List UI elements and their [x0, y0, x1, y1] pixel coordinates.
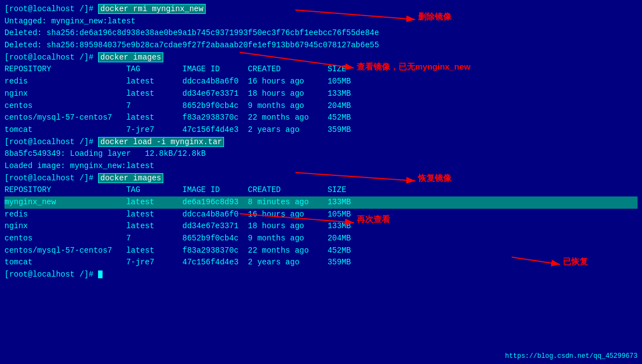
- line-14: Loaded image: mynginx_new:latest: [4, 160, 638, 173]
- line-16: REPOSITORY TAG IMAGE ID CREATED SIZE: [4, 184, 638, 196]
- line-8: nginx latest dd34e67e3371 18 hours ago 1…: [4, 88, 638, 100]
- line-7: redis latest ddcca4b8a6f0 16 hours ago 1…: [4, 76, 638, 88]
- annotation-view2: 再次查看: [357, 213, 390, 225]
- line-5: [root@localhost /]# docker images: [4, 52, 638, 64]
- line-20: centos 7 8652b9f0cb4c 9 months ago 204MB: [4, 233, 638, 245]
- prompt-5: [root@localhost /]#: [4, 53, 98, 62]
- cmd-15: docker images: [98, 173, 163, 183]
- line-11: tomcat 7-jre7 47c156f4d4e3 2 years ago 3…: [4, 124, 638, 136]
- annotation-delete: 删除镜像: [418, 10, 451, 23]
- line-9: centos 7 8652b9f0cb4c 9 months ago 204MB: [4, 100, 638, 112]
- prompt-15: [root@localhost /]#: [4, 174, 98, 183]
- line-18: redis latest ddcca4b8a6f0 16 hours ago 1…: [4, 209, 638, 221]
- annotation-restored: 已恢复: [563, 255, 588, 268]
- line-4: Deleted: sha256:8959840375e9b28ca7cdae9f…: [4, 40, 638, 52]
- cmd-12: docker load -i mynginx.tar: [98, 137, 224, 147]
- line-13: 8ba5fc549349: Loading layer 12.8kB/12.8k…: [4, 148, 638, 160]
- annotation-restore: 恢复镜像: [418, 171, 451, 184]
- line-22: tomcat 7-jre7 47c156f4d4e3 2 years ago 3…: [4, 257, 638, 269]
- footer-link: https://blog.csdn.net/qq_45299673: [505, 351, 638, 362]
- line-3: Deleted: sha256:de6a196c8d938e38ae0be9a1…: [4, 27, 638, 40]
- line-10: centos/mysql-57-centos7 latest f83a29383…: [4, 112, 638, 124]
- line-1: [root@localhost /]# docker rmi mynginx_n…: [4, 3, 638, 16]
- prompt-1: [root@localhost /]#: [4, 4, 98, 13]
- line-2: Untagged: mynginx_new:latest: [4, 16, 638, 28]
- prompt-23: [root@localhost /]#: [4, 270, 98, 279]
- line-19: nginx latest dd34e67e3371 18 hours ago 1…: [4, 220, 638, 233]
- annotation-view1: 查看镜像，已无mynginx_new: [357, 60, 470, 73]
- terminal: [root@localhost /]# docker rmi mynginx_n…: [0, 0, 642, 364]
- prompt-12: [root@localhost /]#: [4, 137, 98, 146]
- cmd-1: docker rmi mynginx_new: [98, 4, 206, 14]
- line-21: centos/mysql-57-centos7 latest f83a29383…: [4, 245, 638, 257]
- line-12: [root@localhost /]# docker load -i myngi…: [4, 136, 638, 149]
- cursor: [98, 270, 103, 278]
- line-6: REPOSITORY TAG IMAGE ID CREATED SIZE: [4, 63, 638, 76]
- cmd-5: docker images: [98, 52, 163, 62]
- line-23: [root@localhost /]#: [4, 269, 638, 281]
- line-15: [root@localhost /]# docker images: [4, 173, 638, 185]
- line-17: mynginx_new latest de6a196c8d93 8 minute…: [4, 196, 638, 209]
